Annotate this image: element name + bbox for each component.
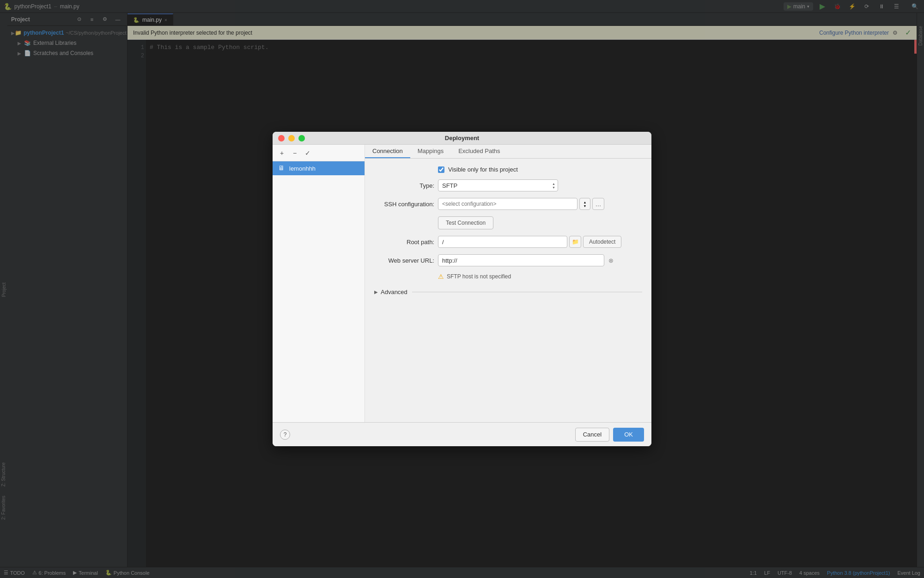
tab-mappings[interactable]: Mappings	[410, 145, 451, 158]
visible-only-label: Visible only for this project	[448, 166, 518, 173]
server-list-toolbar: + − ✓	[273, 145, 365, 161]
advanced-label: Advanced	[381, 289, 407, 295]
tab-connection-label: Connection	[372, 148, 403, 154]
test-connection-button[interactable]: Test Connection	[438, 216, 493, 229]
ssh-select-wrapper: ▲ ▼ …	[438, 198, 604, 210]
advanced-separator	[412, 292, 642, 292]
web-url-label: Web server URL:	[374, 257, 434, 264]
root-path-input[interactable]	[438, 236, 567, 248]
visible-only-row: Visible only for this project	[374, 166, 642, 173]
server-item-lemonhhh[interactable]: 🖥 lemonhhh	[273, 161, 365, 175]
dialog-body: + − ✓ 🖥 lemonhhh Connection	[273, 145, 651, 422]
ssh-ellipsis-button[interactable]: …	[592, 198, 604, 210]
test-connection-control: Test Connection	[438, 216, 642, 229]
footer-buttons: Cancel OK	[575, 428, 644, 442]
deployment-dialog: Deployment + − ✓ 🖥 lemonhhh	[273, 132, 651, 446]
type-control: SFTP ▲ ▼	[438, 179, 642, 191]
connection-form: Visible only for this project Type: SFTP	[365, 159, 651, 303]
tab-connection[interactable]: Connection	[365, 145, 410, 158]
server-item-label: lemonhhh	[289, 165, 316, 172]
tab-mappings-label: Mappings	[418, 148, 444, 154]
modal-overlay: Deployment + − ✓ 🖥 lemonhhh	[0, 0, 924, 578]
ssh-config-row: SSH configuration: ▲ ▼ …	[374, 198, 642, 210]
root-path-folder-button[interactable]: 📁	[569, 236, 581, 248]
advanced-arrow-icon: ▶	[374, 289, 378, 295]
type-label: Type:	[374, 182, 434, 189]
web-url-clear-button[interactable]: ⊗	[606, 256, 615, 265]
dialog-tab-bar: Connection Mappings Excluded Paths	[365, 145, 651, 159]
visible-only-checkbox[interactable]	[438, 166, 444, 173]
remove-server-button[interactable]: −	[289, 148, 300, 159]
sftp-warning-row: ⚠ SFTP host is not specified	[374, 273, 642, 280]
type-select[interactable]: SFTP	[438, 179, 558, 191]
confirm-server-button[interactable]: ✓	[302, 148, 313, 159]
dialog-right-panel: Connection Mappings Excluded Paths Visib…	[365, 145, 651, 422]
dialog-footer: ? Cancel OK	[273, 422, 651, 446]
window-controls	[278, 135, 305, 141]
ssh-spin-button[interactable]: ▲ ▼	[579, 198, 590, 210]
type-row: Type: SFTP ▲ ▼	[374, 179, 642, 191]
ssh-config-control: ▲ ▼ …	[438, 198, 642, 210]
window-maximize-button[interactable]	[298, 135, 305, 141]
web-url-row: Web server URL: ⊗	[374, 254, 642, 266]
server-list-panel: + − ✓ 🖥 lemonhhh	[273, 145, 365, 422]
spin-up-arrow: ▲	[584, 201, 587, 204]
server-icon: 🖥	[278, 164, 286, 172]
cancel-button[interactable]: Cancel	[575, 428, 609, 442]
ok-button[interactable]: OK	[613, 428, 644, 442]
server-list: 🖥 lemonhhh	[273, 161, 365, 422]
window-minimize-button[interactable]	[288, 135, 295, 141]
tab-excluded-label: Excluded Paths	[458, 148, 500, 154]
web-url-input[interactable]	[438, 254, 604, 266]
test-connection-row: Test Connection	[374, 216, 642, 229]
dialog-title: Deployment	[445, 135, 479, 141]
help-button[interactable]: ?	[280, 430, 290, 440]
sftp-warning-text: SFTP host is not specified	[447, 273, 511, 280]
root-path-control: 📁 Autodetect	[438, 236, 642, 248]
window-close-button[interactable]	[278, 135, 285, 141]
tab-excluded-paths[interactable]: Excluded Paths	[451, 145, 507, 158]
root-path-row: Root path: 📁 Autodetect	[374, 236, 642, 248]
web-url-control: ⊗	[438, 254, 642, 266]
root-path-label: Root path:	[374, 239, 434, 246]
sftp-warning-icon: ⚠	[438, 273, 444, 280]
dialog-titlebar: Deployment	[273, 132, 651, 145]
ssh-config-label: SSH configuration:	[374, 201, 434, 208]
ssh-config-input[interactable]	[438, 198, 578, 210]
autodetect-button[interactable]: Autodetect	[583, 236, 621, 248]
type-select-wrapper: SFTP ▲ ▼	[438, 179, 558, 191]
spin-down-arrow: ▼	[584, 204, 587, 208]
advanced-section[interactable]: ▶ Advanced	[374, 289, 642, 295]
add-server-button[interactable]: +	[276, 148, 287, 159]
